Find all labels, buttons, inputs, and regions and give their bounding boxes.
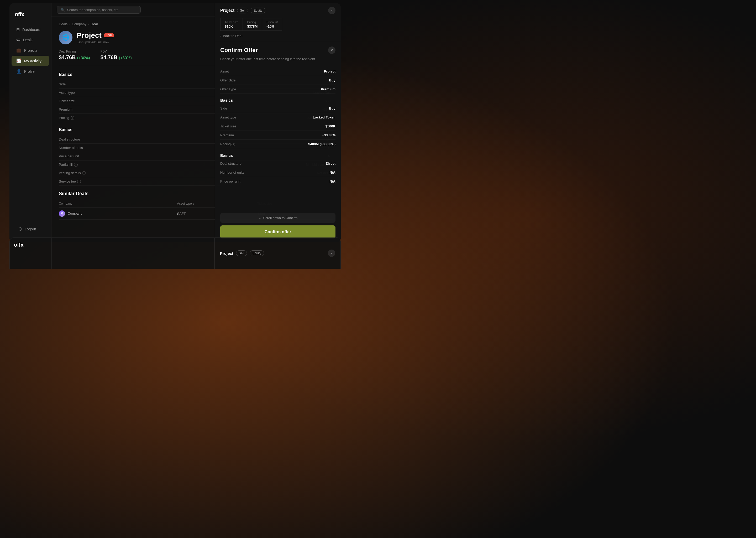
search-placeholder: Search for companies, assets, etc — [67, 8, 118, 12]
sidebar-label-deals: Deals — [23, 38, 32, 42]
ticket-pricing-cell: Pricing $378M — [243, 18, 262, 31]
sidebar-item-profile[interactable]: 👤 Profile — [12, 66, 49, 77]
fdv-label: FDV — [101, 50, 132, 53]
confirm-header: Confirm Offer × — [220, 46, 336, 54]
projects-icon: 💼 — [16, 48, 22, 53]
my-activity-icon: 📈 — [16, 58, 22, 63]
confirm-offer-side-row: Offer Side Buy — [220, 76, 336, 85]
sidebar-label-dashboard: Dashboard — [22, 27, 40, 32]
ticket-pricing-label: Pricing — [247, 21, 258, 24]
equity-button[interactable]: Equity — [251, 8, 265, 13]
confirm-offer-button[interactable]: Confirm offer — [220, 225, 336, 239]
fdv-metric: FDV $4.76B (+30%) — [101, 50, 132, 60]
logout-label: Logout — [25, 227, 36, 231]
deal-updated: Last updated: Just now — [77, 40, 114, 44]
confirm-deal-structure-row: Deal structure Direct — [220, 159, 336, 168]
confirm-pricing-row: Pricing i $400M (+33.33%) — [220, 140, 336, 149]
confirm-offer-type-row: Offer Type Premium — [220, 85, 336, 94]
breadcrumb-deals[interactable]: Deals — [59, 22, 68, 26]
second-logo: offx — [14, 242, 47, 248]
fdv-value: $4.76B (+30%) — [101, 54, 132, 60]
chevron-down-icon: ⌄ — [258, 216, 261, 220]
confirm-subtitle: Check your offer one last time before se… — [220, 56, 336, 62]
confirm-ticket-size-row: Ticket size $500K — [220, 122, 336, 131]
sidebar-label-projects: Projects — [24, 48, 37, 53]
back-arrow-icon: ‹ — [220, 34, 221, 38]
sidebar: offx ⊞ Dashboard 🏷 Deals 💼 Projects 📈 My… — [10, 3, 51, 242]
second-sell-button[interactable]: Sell — [236, 250, 247, 256]
second-content — [52, 238, 214, 269]
sidebar-item-deals[interactable]: 🏷 Deals — [12, 35, 49, 45]
col-header-company: Company — [59, 202, 173, 205]
dashboard-icon: ⊞ — [16, 27, 20, 32]
service-fee-info-icon[interactable]: i — [77, 180, 81, 183]
search-bar[interactable]: 🔍 Search for companies, assets, etc — [57, 6, 141, 14]
deal-title: Project — [77, 31, 102, 40]
deals-icon: 🏷 — [16, 37, 21, 42]
scroll-hint[interactable]: ⌄ Scroll down to Confirm — [220, 213, 336, 223]
sidebar-item-projects[interactable]: 💼 Projects — [12, 45, 49, 55]
live-badge: LIVE — [104, 33, 114, 37]
company-name: Company — [68, 211, 82, 215]
confirm-pricing-info-icon[interactable]: i — [231, 143, 235, 146]
confirm-close-button[interactable]: × — [328, 46, 336, 54]
breadcrumb-deal[interactable]: Deal — [91, 22, 98, 26]
confirm-asset-row: Asset Project — [220, 67, 336, 76]
sell-button[interactable]: Sell — [237, 8, 248, 13]
confirm-num-units-row: Number of units N/A — [220, 168, 336, 177]
company-cell: M Company — [59, 210, 173, 217]
deal-pricing-metric: Deal Pricing $4.76B (+30%) — [59, 50, 90, 60]
logout-button[interactable]: ⬡ Logout — [14, 224, 47, 234]
confirm-basics-1-title: Basics — [220, 98, 336, 102]
company-avatar: M — [59, 210, 65, 217]
logout-icon: ⬡ — [19, 227, 22, 232]
ticket-metrics: Ticket size $10K Pricing $378M Discount … — [215, 18, 341, 31]
second-project-label: Project — [220, 251, 233, 256]
sidebar-item-my-activity[interactable]: 📈 My Activity — [12, 56, 49, 66]
deal-pricing-label: Deal Pricing — [59, 50, 90, 53]
ticket-discount-label: Discount — [266, 21, 278, 24]
second-equity-button[interactable]: Equity — [250, 250, 264, 256]
confirm-premium-row: Premium +33.33% — [220, 131, 336, 140]
ticket-size-value: $10K — [225, 25, 238, 28]
confirm-side-row: Side Buy — [220, 104, 336, 113]
ticket-discount-cell: Discount -10% — [262, 18, 282, 31]
confirm-panel[interactable]: Confirm Offer × Check your offer one las… — [215, 41, 341, 209]
pricing-info-icon[interactable]: i — [71, 116, 74, 120]
second-close-button[interactable]: × — [328, 249, 335, 257]
deal-title-block: Project LIVE Last updated: Just now — [77, 31, 114, 44]
ticket-pricing-value: $378M — [247, 25, 258, 28]
sidebar-bottom: ⬡ Logout — [10, 221, 51, 237]
back-to-deal-link[interactable]: ‹ Back to Deal — [215, 31, 341, 41]
ticket-bar: Project Sell Equity × — [215, 3, 341, 18]
sidebar-item-dashboard[interactable]: ⊞ Dashboard — [12, 25, 49, 35]
confirm-offer-title: Confirm Offer — [220, 47, 258, 54]
app-logo: offx — [10, 8, 51, 24]
breadcrumb-company[interactable]: Company — [72, 22, 87, 26]
second-window: offx Project Sell Equity × — [10, 238, 341, 269]
second-right-panel: Project Sell Equity × — [214, 238, 341, 269]
profile-icon: 👤 — [16, 69, 22, 74]
right-panel-project-label: Project — [220, 8, 234, 13]
sidebar-label-profile: Profile — [24, 69, 35, 74]
ticket-size-cell: Ticket size $10K — [220, 18, 243, 31]
search-icon: 🔍 — [61, 8, 65, 12]
ticket-size-label: Ticket size — [225, 21, 238, 24]
back-to-deal-label: Back to Deal — [223, 34, 242, 38]
scroll-hint-label: Scroll down to Confirm — [263, 216, 298, 220]
sidebar-nav: ⊞ Dashboard 🏷 Deals 💼 Projects 📈 My Acti… — [10, 24, 51, 77]
confirm-basics-2-title: Basics — [220, 153, 336, 158]
deal-pricing-value: $4.76B (+30%) — [59, 54, 90, 60]
sidebar-label-my-activity: My Activity — [24, 59, 41, 63]
vesting-info-icon[interactable]: i — [82, 171, 86, 175]
confirm-asset-type-row: Asset type Locked Token — [220, 113, 336, 122]
main-window: offx ⊞ Dashboard 🏷 Deals 💼 Projects 📈 My… — [10, 3, 341, 242]
partial-fill-info-icon[interactable]: i — [74, 163, 78, 167]
second-sidebar: offx — [10, 238, 52, 269]
right-panel: Project Sell Equity × Ticket size $10K P… — [215, 3, 341, 242]
ticket-discount-value: -10% — [266, 25, 278, 28]
deal-avatar: 🌐 — [59, 31, 72, 44]
confirm-price-per-unit-row: Price per unit N/A — [220, 177, 336, 186]
right-panel-close-button[interactable]: × — [328, 7, 336, 14]
